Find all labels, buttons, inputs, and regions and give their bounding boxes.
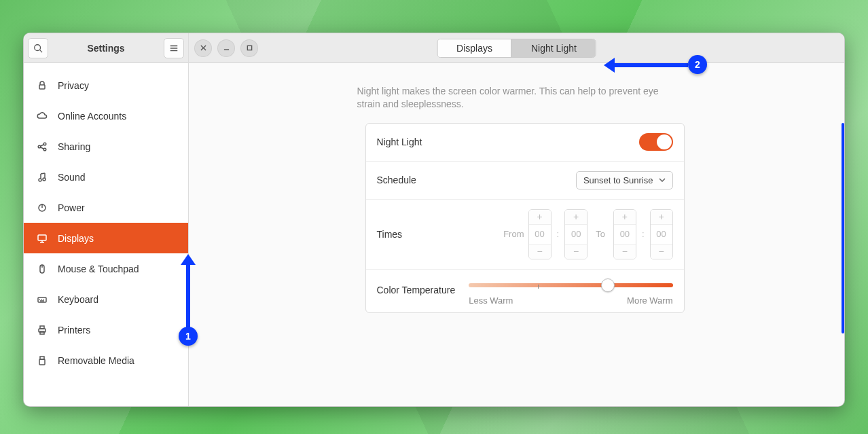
sidebar-item-sharing[interactable]: Sharing (24, 131, 188, 162)
decrement-button[interactable]: − (614, 244, 636, 259)
to-hour-input[interactable] (614, 225, 636, 244)
svg-line-1 (40, 50, 43, 52)
sidebar-header: Settings (24, 33, 188, 63)
nav-label: Sharing (58, 141, 90, 152)
from-hour-input[interactable] (529, 225, 551, 244)
increment-button[interactable]: + (529, 210, 551, 225)
svg-point-6 (38, 145, 41, 148)
night-light-toggle-label: Night Light (377, 137, 422, 147)
nav-label: Online Accounts (58, 111, 126, 122)
from-minute-input[interactable] (565, 225, 587, 244)
schedule-dropdown[interactable]: Sunset to Sunrise (576, 171, 673, 189)
music-icon (36, 171, 48, 183)
nav-label: Printers (58, 325, 90, 336)
view-switcher: Displays Night Light (437, 39, 596, 58)
sidebar-item-removable-media[interactable]: Removable Media (24, 345, 188, 376)
to-minute-input[interactable] (651, 225, 672, 244)
decrement-button[interactable]: − (529, 244, 551, 259)
from-minute-spinner[interactable]: + − (564, 209, 587, 259)
svg-point-0 (35, 44, 41, 50)
chevron-down-icon (659, 178, 666, 182)
svg-point-11 (39, 179, 41, 181)
annotation-arrow-2-stem (613, 63, 688, 67)
slider-track (469, 283, 672, 287)
maximize-button[interactable] (240, 39, 258, 57)
sidebar-item-printers[interactable]: Printers (24, 314, 188, 345)
tab-displays[interactable]: Displays (437, 39, 511, 57)
from-hour-spinner[interactable]: + − (528, 209, 551, 259)
sidebar-item-sound[interactable]: Sound (24, 162, 188, 192)
slider-tick (538, 285, 539, 289)
to-minute-spinner[interactable]: + − (650, 209, 673, 259)
color-temperature-slider[interactable]: Less Warm More Warm (469, 279, 672, 306)
search-icon (33, 43, 43, 53)
close-button[interactable] (194, 39, 212, 57)
night-light-panel: Night Light Schedule Sunset to Sunrise T… (365, 123, 685, 313)
svg-line-9 (41, 144, 44, 145)
settings-window: Settings Privacy Online Accounts Sharing… (23, 33, 845, 407)
printer-icon (36, 324, 48, 336)
night-light-toggle[interactable] (639, 133, 673, 151)
svg-rect-27 (40, 331, 44, 334)
sidebar-item-online-accounts[interactable]: Online Accounts (24, 101, 188, 131)
less-warm-label: Less Warm (469, 295, 513, 306)
schedule-value: Sunset to Sunrise (583, 175, 653, 185)
increment-button[interactable]: + (651, 210, 672, 225)
nav-label: Displays (58, 233, 94, 244)
svg-point-8 (43, 148, 46, 151)
hamburger-menu-button[interactable] (164, 38, 184, 58)
decrement-button[interactable]: − (651, 244, 672, 259)
annotation-arrow-1-head-real (181, 254, 196, 265)
tab-night-light[interactable]: Night Light (511, 39, 596, 57)
nav-label: Power (58, 202, 85, 213)
sidebar-item-power[interactable]: Power (24, 192, 188, 223)
menu-icon (169, 43, 179, 53)
search-button[interactable] (28, 38, 48, 58)
increment-button[interactable]: + (565, 210, 587, 225)
svg-rect-29 (39, 359, 45, 365)
time-colon: : (556, 229, 561, 239)
decrement-button[interactable]: − (565, 244, 587, 259)
share-icon (36, 141, 48, 153)
more-warm-label: More Warm (627, 295, 672, 306)
svg-rect-15 (38, 235, 46, 240)
to-hour-spinner[interactable]: + − (613, 209, 636, 259)
night-light-description: Night light makes the screen color warme… (357, 63, 676, 123)
sidebar-item-privacy[interactable]: Privacy (24, 70, 188, 101)
slider-thumb[interactable] (601, 278, 615, 292)
sidebar-title: Settings (52, 43, 160, 54)
annotation-marker-1-real: 1 (179, 327, 198, 346)
content-area: Displays Night Light Night light makes t… (189, 33, 844, 406)
from-label: From (503, 229, 524, 239)
power-icon (36, 202, 48, 214)
svg-rect-33 (247, 46, 251, 50)
usb-icon (36, 355, 48, 367)
svg-point-7 (43, 143, 46, 145)
annotation-marker-2-real: 2 (688, 55, 707, 74)
minimize-button[interactable] (217, 39, 235, 57)
color-temperature-row: Color Temperature Less Warm More Warm (366, 270, 684, 312)
svg-point-12 (43, 178, 46, 181)
nav-label: Sound (58, 172, 85, 183)
svg-line-10 (41, 147, 44, 148)
close-icon (200, 45, 206, 51)
night-light-toggle-row: Night Light (366, 124, 684, 162)
svg-rect-5 (39, 85, 45, 89)
sidebar-item-keyboard[interactable]: Keyboard (24, 284, 188, 314)
sidebar-item-displays[interactable]: Displays (24, 223, 188, 253)
nav-label: Mouse & Touchpad (58, 264, 139, 274)
svg-rect-26 (40, 326, 44, 329)
schedule-label: Schedule (377, 175, 416, 185)
lock-icon (36, 79, 48, 92)
settings-nav: Privacy Online Accounts Sharing Sound Po… (24, 63, 188, 406)
display-icon (36, 232, 48, 245)
nav-label: Privacy (58, 80, 89, 91)
annotation-arrow-1-stem-real (186, 264, 190, 328)
sidebar-item-mouse[interactable]: Mouse & Touchpad (24, 253, 188, 284)
annotation-arrow-2-head (604, 58, 615, 73)
minimize-icon (223, 45, 230, 51)
annotation-right-bar (842, 123, 844, 333)
nav-label: Removable Media (58, 355, 134, 366)
mouse-icon (36, 263, 48, 275)
increment-button[interactable]: + (614, 210, 636, 225)
